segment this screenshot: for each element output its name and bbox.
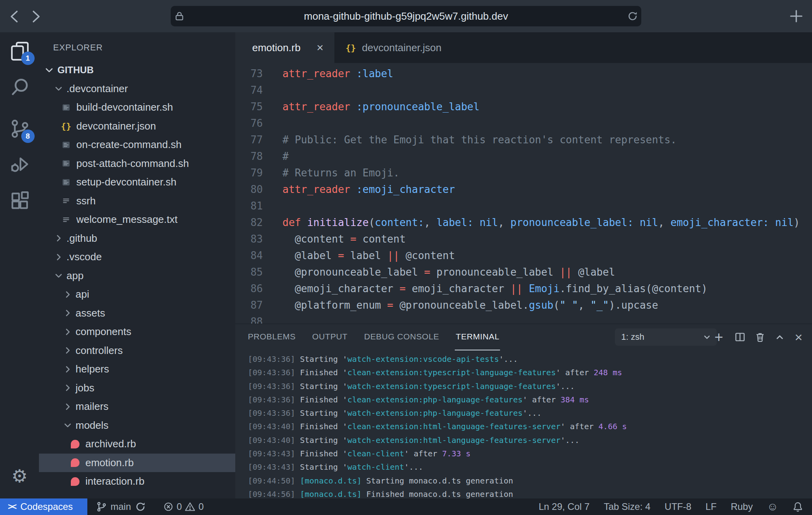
tree-folder-api[interactable]: api	[39, 285, 235, 304]
tree-item-label: welcome_message.txt	[76, 213, 177, 226]
code-line-77: 77# Public: Get the Emoji that this reac…	[235, 132, 812, 148]
tree-item-label: components	[76, 326, 131, 338]
tree-file-on-create-command.sh[interactable]: on-create-command.sh	[39, 135, 235, 154]
code-line-81: 81	[235, 198, 812, 214]
code-line-76: 76	[235, 115, 812, 132]
extensions-activity-button[interactable]	[8, 189, 31, 212]
tree-folder-jobs[interactable]: jobs	[39, 379, 235, 398]
chevron-up-icon	[774, 331, 786, 343]
search-activity-button[interactable]	[8, 76, 31, 98]
source-control-activity-button[interactable]: 8	[8, 117, 31, 140]
trash-icon	[754, 331, 766, 343]
tree-item-label: models	[76, 419, 109, 432]
split-terminal-button[interactable]	[732, 329, 748, 345]
code-text: # Returns an Emoji.	[263, 165, 399, 181]
explorer-sidebar: EXPLORER GITHUB .devcontainerbuild-devco…	[39, 32, 235, 498]
reload-button[interactable]	[624, 10, 641, 22]
eol-indicator[interactable]: LF	[705, 501, 716, 512]
code-text: attr_reader :pronounceable_label	[263, 98, 480, 115]
terminal-output[interactable]: [09:43:36] Starting 'watch-extension:vsc…	[235, 350, 812, 501]
branch-indicator[interactable]: main	[96, 501, 146, 513]
tree-file-devcontainer.json[interactable]: {}devcontainer.json	[39, 117, 235, 136]
tree-file-archived.rb[interactable]: archived.rb	[39, 435, 235, 454]
warning-icon	[185, 501, 196, 512]
line-number: 75	[235, 98, 263, 115]
settings-button[interactable]: ⚙	[8, 465, 31, 487]
cursor-position[interactable]: Ln 29, Col 7	[539, 501, 589, 512]
tree-file-welcome_message.txt[interactable]: welcome_message.txt	[39, 210, 235, 229]
tab-size-indicator[interactable]: Tab Size: 4	[604, 501, 651, 512]
code-text: @platform_enum = @pronounceable_label.gs…	[263, 297, 658, 313]
tab-emotion-rb[interactable]: emotion.rb ×	[235, 32, 334, 63]
code-line-86: 86 @emoji_character = emoji_character ||…	[235, 280, 812, 297]
tree-folder-models[interactable]: models	[39, 416, 235, 435]
tree-file-setup-devcontainer.sh[interactable]: setup-devcontainer.sh	[39, 173, 235, 192]
browser-toolbar: mona-github-github-g59jpq2w5w7.github.de…	[0, 0, 812, 32]
chevron-down-icon	[44, 65, 54, 75]
kill-terminal-button[interactable]	[752, 329, 768, 345]
problems-indicator[interactable]: 0 0	[163, 501, 204, 512]
line-number: 74	[235, 82, 263, 98]
close-tab-icon[interactable]: ×	[317, 41, 324, 54]
tree-item-label: archived.rb	[85, 438, 136, 450]
line-number: 78	[235, 148, 263, 165]
codespaces-remote-button[interactable]: >< Codespaces	[0, 498, 87, 515]
tree-folder-app[interactable]: app	[39, 267, 235, 285]
extensions-icon	[9, 191, 30, 211]
tree-file-build-devcontainer.sh[interactable]: build-devcontainer.sh	[39, 98, 235, 117]
code-text: #	[263, 148, 289, 165]
notifications-bell-icon[interactable]	[792, 501, 803, 512]
ruby-file-icon	[70, 440, 80, 448]
json-file-icon: {}	[61, 121, 71, 131]
gear-icon: ⚙	[11, 467, 28, 485]
tree-folder-controllers[interactable]: controllers	[39, 341, 235, 360]
close-panel-button[interactable]: ×	[791, 329, 806, 345]
browser-back-button[interactable]	[6, 8, 24, 25]
explorer-activity-button[interactable]: 1	[8, 39, 31, 62]
warning-count: 0	[198, 501, 203, 512]
tree-folder-assets[interactable]: assets	[39, 304, 235, 323]
feedback-smiley-icon[interactable]: ☺	[767, 501, 778, 512]
tree-folder-helpers[interactable]: helpers	[39, 360, 235, 379]
error-icon	[163, 501, 174, 512]
terminal-line-8: [09:43:43] Finished 'clean-client' after…	[248, 447, 812, 460]
tree-file-post-attach-command.sh[interactable]: post-attach-command.sh	[39, 154, 235, 173]
new-terminal-button[interactable]: +	[711, 329, 727, 345]
new-tab-button[interactable]	[788, 7, 805, 25]
maximize-panel-button[interactable]	[772, 329, 788, 345]
tree-file-interaction.rb[interactable]: interaction.rb	[39, 472, 235, 491]
activity-bar: 1 8 ⚙	[0, 32, 39, 498]
code-line-73: 73attr_reader :label	[235, 65, 812, 82]
line-number: 82	[235, 214, 263, 231]
tree-item-label: .github	[66, 232, 97, 245]
source-control-badge: 8	[21, 130, 35, 143]
tab-problems[interactable]: PROBLEMS	[247, 324, 297, 350]
browser-forward-button[interactable]	[27, 8, 44, 25]
terminal-shell-selector[interactable]: 1: zsh	[615, 328, 717, 346]
tab-output[interactable]: OUTPUT	[312, 324, 349, 350]
tab-debug-console[interactable]: DEBUG CONSOLE	[363, 324, 440, 350]
tree-folder-components[interactable]: components	[39, 322, 235, 341]
tree-folder-mailers[interactable]: mailers	[39, 397, 235, 416]
tab-terminal[interactable]: TERMINAL	[455, 324, 500, 350]
shell-file-icon	[61, 103, 71, 112]
tree-folder-.github[interactable]: .github	[39, 229, 235, 248]
language-indicator[interactable]: Ruby	[731, 501, 753, 512]
tree-file-ssrh[interactable]: ssrh	[39, 192, 235, 211]
remote-icon: ><	[8, 502, 16, 512]
tree-folder-.devcontainer[interactable]: .devcontainer	[39, 80, 235, 98]
shell-selector-label: 1: zsh	[621, 332, 702, 342]
tab-devcontainer-json[interactable]: {} devcontainer.json	[334, 32, 452, 63]
encoding-indicator[interactable]: UTF-8	[664, 501, 691, 512]
code-line-82: 82def initialize(content:, label: nil, p…	[235, 214, 812, 231]
tab-label: emotion.rb	[252, 42, 301, 54]
tree-file-emotion.rb[interactable]: emotion.rb	[39, 454, 235, 472]
tree-root-github[interactable]: GITHUB	[39, 61, 235, 80]
code-editor[interactable]: 73attr_reader :label7475attr_reader :pro…	[235, 63, 812, 326]
address-bar[interactable]: mona-github-github-g59jpq2w5w7.github.de…	[171, 6, 641, 26]
run-debug-activity-button[interactable]	[8, 153, 31, 176]
tree-folder-.vscode[interactable]: .vscode	[39, 248, 235, 267]
codespaces-label: Codespaces	[20, 501, 73, 512]
code-text	[263, 198, 282, 214]
chevron-right-icon	[63, 402, 72, 411]
